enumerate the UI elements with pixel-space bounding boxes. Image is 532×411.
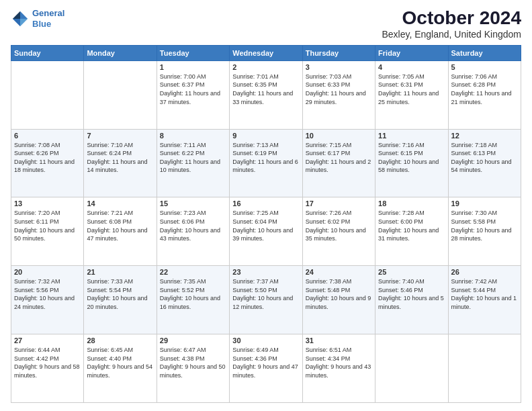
day-of-week-header: Tuesday [157,45,229,60]
day-number: 21 [87,268,153,276]
day-number: 26 [451,268,518,276]
day-info: Sunrise: 7:16 AM Sunset: 6:15 PM Dayligh… [378,141,445,175]
day-number: 17 [306,199,372,208]
day-info: Sunrise: 6:49 AM Sunset: 4:36 PM Dayligh… [232,346,299,379]
logo: General Blue [11,8,64,29]
days-of-week-row: SundayMondayTuesdayWednesdayThursdayFrid… [11,45,521,60]
day-info: Sunrise: 7:10 AM Sunset: 6:24 PM Dayligh… [87,141,153,175]
calendar-cell: 12Sunrise: 7:18 AM Sunset: 6:13 PM Dayli… [448,129,521,197]
day-info: Sunrise: 7:26 AM Sunset: 6:02 PM Dayligh… [306,209,372,242]
calendar-cell: 2Sunrise: 7:01 AM Sunset: 6:35 PM Daylig… [230,60,302,129]
calendar-cell: 1Sunrise: 7:00 AM Sunset: 6:37 PM Daylig… [157,60,229,129]
calendar-cell: 21Sunrise: 7:33 AM Sunset: 5:54 PM Dayli… [84,266,157,334]
day-of-week-header: Monday [84,45,157,60]
day-number: 5 [451,63,518,71]
day-info: Sunrise: 7:40 AM Sunset: 5:46 PM Dayligh… [378,277,445,311]
day-info: Sunrise: 7:20 AM Sunset: 6:11 PM Dayligh… [14,209,81,242]
day-info: Sunrise: 7:06 AM Sunset: 6:28 PM Dayligh… [451,73,518,106]
day-number: 27 [14,336,81,345]
day-number: 12 [451,132,518,140]
day-number: 30 [232,336,299,345]
day-number: 19 [451,199,518,208]
calendar-cell: 16Sunrise: 7:25 AM Sunset: 6:04 PM Dayli… [230,197,302,266]
day-of-week-header: Thursday [302,45,375,60]
day-info: Sunrise: 7:11 AM Sunset: 6:22 PM Dayligh… [160,141,226,175]
day-of-week-header: Saturday [448,45,521,60]
calendar: SundayMondayTuesdayWednesdayThursdayFrid… [11,45,521,403]
calendar-week-row: 13Sunrise: 7:20 AM Sunset: 6:11 PM Dayli… [11,197,521,266]
page: General Blue October 2024 Bexley, Englan… [0,0,532,411]
svg-marker-1 [13,11,20,18]
calendar-cell: 4Sunrise: 7:05 AM Sunset: 6:31 PM Daylig… [375,60,448,129]
day-number: 28 [87,336,153,345]
day-info: Sunrise: 7:30 AM Sunset: 5:58 PM Dayligh… [451,209,518,242]
day-number: 7 [87,132,153,140]
day-info: Sunrise: 7:13 AM Sunset: 6:19 PM Dayligh… [232,141,299,175]
day-number: 29 [160,336,226,345]
day-number: 10 [306,132,372,140]
day-number: 13 [14,199,81,208]
day-number: 8 [160,132,226,140]
day-info: Sunrise: 6:47 AM Sunset: 4:38 PM Dayligh… [160,346,226,379]
day-number: 3 [306,63,372,71]
day-number: 24 [306,268,372,276]
day-number: 11 [378,132,445,140]
calendar-week-row: 20Sunrise: 7:32 AM Sunset: 5:56 PM Dayli… [11,266,521,334]
calendar-cell: 9Sunrise: 7:13 AM Sunset: 6:19 PM Daylig… [230,129,302,197]
day-info: Sunrise: 6:44 AM Sunset: 4:42 PM Dayligh… [14,346,81,379]
logo-icon [11,9,30,28]
calendar-cell: 10Sunrise: 7:15 AM Sunset: 6:17 PM Dayli… [302,129,375,197]
day-number: 31 [306,336,372,345]
svg-marker-2 [13,19,20,26]
day-number: 22 [160,268,226,276]
calendar-cell: 5Sunrise: 7:06 AM Sunset: 6:28 PM Daylig… [448,60,521,129]
calendar-cell: 26Sunrise: 7:42 AM Sunset: 5:44 PM Dayli… [448,266,521,334]
calendar-week-row: 6Sunrise: 7:08 AM Sunset: 6:26 PM Daylig… [11,129,521,197]
calendar-cell: 31Sunrise: 6:51 AM Sunset: 4:34 PM Dayli… [302,334,375,403]
calendar-cell: 27Sunrise: 6:44 AM Sunset: 4:42 PM Dayli… [11,334,84,403]
calendar-cell: 14Sunrise: 7:21 AM Sunset: 6:08 PM Dayli… [84,197,157,266]
calendar-cell: 30Sunrise: 6:49 AM Sunset: 4:36 PM Dayli… [230,334,302,403]
calendar-cell: 29Sunrise: 6:47 AM Sunset: 4:38 PM Dayli… [157,334,229,403]
day-info: Sunrise: 7:25 AM Sunset: 6:04 PM Dayligh… [232,209,299,242]
day-info: Sunrise: 7:03 AM Sunset: 6:33 PM Dayligh… [306,73,372,106]
calendar-cell: 13Sunrise: 7:20 AM Sunset: 6:11 PM Dayli… [11,197,84,266]
day-number: 15 [160,199,226,208]
day-number: 23 [232,268,299,276]
logo-text: General Blue [32,8,64,29]
day-info: Sunrise: 7:05 AM Sunset: 6:31 PM Dayligh… [378,73,445,106]
day-number: 25 [378,268,445,276]
calendar-cell: 23Sunrise: 7:37 AM Sunset: 5:50 PM Dayli… [230,266,302,334]
calendar-cell [448,334,521,403]
day-info: Sunrise: 7:00 AM Sunset: 6:37 PM Dayligh… [160,73,226,106]
day-number: 14 [87,199,153,208]
day-number: 1 [160,63,226,71]
month-title: October 2024 [382,8,521,29]
location: Bexley, England, United Kingdom [382,29,521,40]
day-info: Sunrise: 6:45 AM Sunset: 4:40 PM Dayligh… [87,346,153,379]
day-number: 9 [232,132,299,140]
day-number: 16 [232,199,299,208]
calendar-cell: 15Sunrise: 7:23 AM Sunset: 6:06 PM Dayli… [157,197,229,266]
calendar-cell: 6Sunrise: 7:08 AM Sunset: 6:26 PM Daylig… [11,129,84,197]
day-info: Sunrise: 7:08 AM Sunset: 6:26 PM Dayligh… [14,141,81,175]
day-of-week-header: Sunday [11,45,84,60]
calendar-cell: 7Sunrise: 7:10 AM Sunset: 6:24 PM Daylig… [84,129,157,197]
day-info: Sunrise: 7:01 AM Sunset: 6:35 PM Dayligh… [232,73,299,106]
day-number: 18 [378,199,445,208]
calendar-cell: 3Sunrise: 7:03 AM Sunset: 6:33 PM Daylig… [302,60,375,129]
day-info: Sunrise: 7:21 AM Sunset: 6:08 PM Dayligh… [87,209,153,242]
calendar-cell: 19Sunrise: 7:30 AM Sunset: 5:58 PM Dayli… [448,197,521,266]
calendar-cell: 17Sunrise: 7:26 AM Sunset: 6:02 PM Dayli… [302,197,375,266]
calendar-cell: 11Sunrise: 7:16 AM Sunset: 6:15 PM Dayli… [375,129,448,197]
day-info: Sunrise: 7:33 AM Sunset: 5:54 PM Dayligh… [87,277,153,311]
calendar-cell [375,334,448,403]
title-block: October 2024 Bexley, England, United Kin… [382,8,521,40]
day-info: Sunrise: 7:32 AM Sunset: 5:56 PM Dayligh… [14,277,81,311]
day-info: Sunrise: 7:28 AM Sunset: 6:00 PM Dayligh… [378,209,445,242]
calendar-cell: 20Sunrise: 7:32 AM Sunset: 5:56 PM Dayli… [11,266,84,334]
day-number: 4 [378,63,445,71]
day-number: 2 [232,63,299,71]
calendar-cell: 22Sunrise: 7:35 AM Sunset: 5:52 PM Dayli… [157,266,229,334]
calendar-cell: 8Sunrise: 7:11 AM Sunset: 6:22 PM Daylig… [157,129,229,197]
